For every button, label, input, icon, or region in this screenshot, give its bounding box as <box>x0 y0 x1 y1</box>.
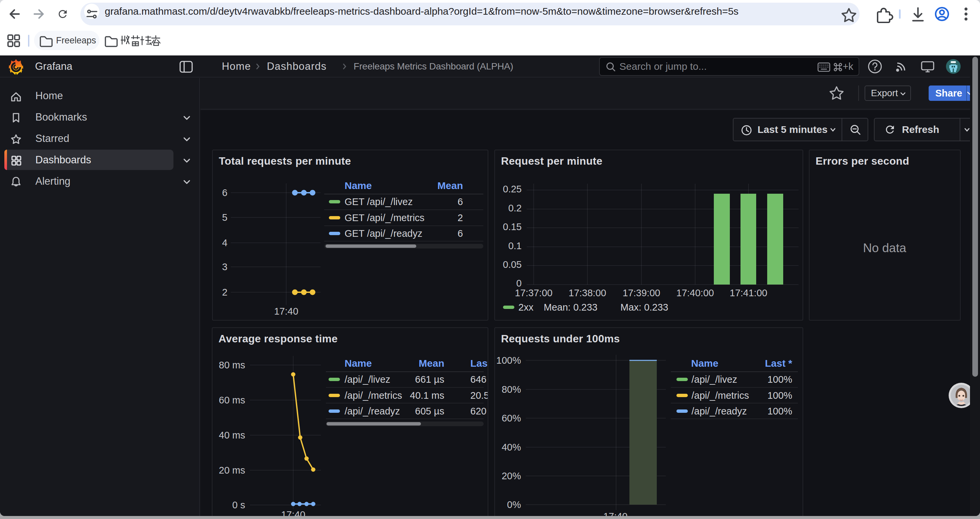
svg-text:60%: 60% <box>502 413 521 423</box>
svg-text:2: 2 <box>458 212 463 223</box>
svg-text:80%: 80% <box>502 384 521 395</box>
svg-text:/api/_/livez: /api/_/livez <box>345 374 390 385</box>
svg-text:0 s: 0 s <box>232 500 245 510</box>
svg-text:GET /api/_/readyz: GET /api/_/readyz <box>345 228 422 239</box>
svg-text:0.05: 0.05 <box>503 259 522 270</box>
svg-text:17:38:00: 17:38:00 <box>569 287 606 298</box>
svg-text:646: 646 <box>470 374 486 385</box>
svg-text:40.1 ms: 40.1 ms <box>410 390 444 401</box>
svg-text:Name: Name <box>345 358 372 369</box>
svg-text:5: 5 <box>222 212 228 223</box>
svg-text:0.15: 0.15 <box>503 222 522 232</box>
svg-text:/api/_/livez: /api/_/livez <box>692 374 737 385</box>
svg-text:/api/_/readyz: /api/_/readyz <box>692 406 747 417</box>
svg-text:100%: 100% <box>767 406 792 417</box>
svg-text:6: 6 <box>458 228 463 239</box>
svg-text:6: 6 <box>458 196 463 207</box>
svg-text:661 µs: 661 µs <box>415 374 444 385</box>
svg-text:100%: 100% <box>767 374 792 385</box>
svg-text:Last *: Last * <box>765 358 792 369</box>
svg-text:100%: 100% <box>767 390 792 401</box>
svg-text:Name: Name <box>345 180 372 191</box>
svg-text:No data: No data <box>863 241 906 255</box>
svg-text:40%: 40% <box>502 442 521 452</box>
svg-text:/api/_/metrics: /api/_/metrics <box>345 390 402 401</box>
svg-text:17:40: 17:40 <box>603 511 628 516</box>
svg-text:20.5 r: 20.5 r <box>470 390 488 401</box>
svg-text:3: 3 <box>222 262 228 272</box>
svg-text:2: 2 <box>222 287 228 297</box>
svg-text:17:41:00: 17:41:00 <box>730 287 767 298</box>
svg-text:4: 4 <box>222 238 228 248</box>
svg-text:0: 0 <box>516 278 522 289</box>
svg-text:/api/_/metrics: /api/_/metrics <box>692 390 749 401</box>
svg-text:100%: 100% <box>496 355 521 366</box>
svg-text:Last *: Last * <box>470 358 488 369</box>
svg-text:17:40:00: 17:40:00 <box>676 287 714 298</box>
svg-text:0%: 0% <box>507 499 521 510</box>
svg-text:/api/_/readyz: /api/_/readyz <box>345 406 400 417</box>
svg-text:0.25: 0.25 <box>503 184 522 194</box>
svg-text:6: 6 <box>222 187 228 198</box>
svg-text:GET /api/_/livez: GET /api/_/livez <box>345 196 413 207</box>
svg-text:17:37:00: 17:37:00 <box>515 287 553 298</box>
svg-text:20 ms: 20 ms <box>219 465 245 476</box>
svg-text:Max: 0.233: Max: 0.233 <box>620 302 668 313</box>
svg-text:40 ms: 40 ms <box>219 430 245 441</box>
svg-text:17:40: 17:40 <box>274 306 299 316</box>
svg-text:605 µs: 605 µs <box>415 406 444 417</box>
svg-text:17:39:00: 17:39:00 <box>623 287 660 298</box>
svg-text:GET /api/_/metrics: GET /api/_/metrics <box>345 212 425 223</box>
svg-text:Mean: 0.233: Mean: 0.233 <box>544 302 597 313</box>
svg-text:Mean: Mean <box>418 358 444 369</box>
svg-text:Mean: Mean <box>437 180 463 191</box>
svg-text:20%: 20% <box>502 471 521 481</box>
svg-text:2xx: 2xx <box>519 302 534 313</box>
svg-text:0.1: 0.1 <box>508 241 522 251</box>
svg-text:620: 620 <box>470 406 486 417</box>
svg-text:Name: Name <box>691 358 719 369</box>
svg-text:17:40: 17:40 <box>281 509 305 516</box>
svg-text:0.2: 0.2 <box>508 203 522 213</box>
svg-text:80 ms: 80 ms <box>219 360 245 370</box>
svg-text:60 ms: 60 ms <box>219 395 245 406</box>
